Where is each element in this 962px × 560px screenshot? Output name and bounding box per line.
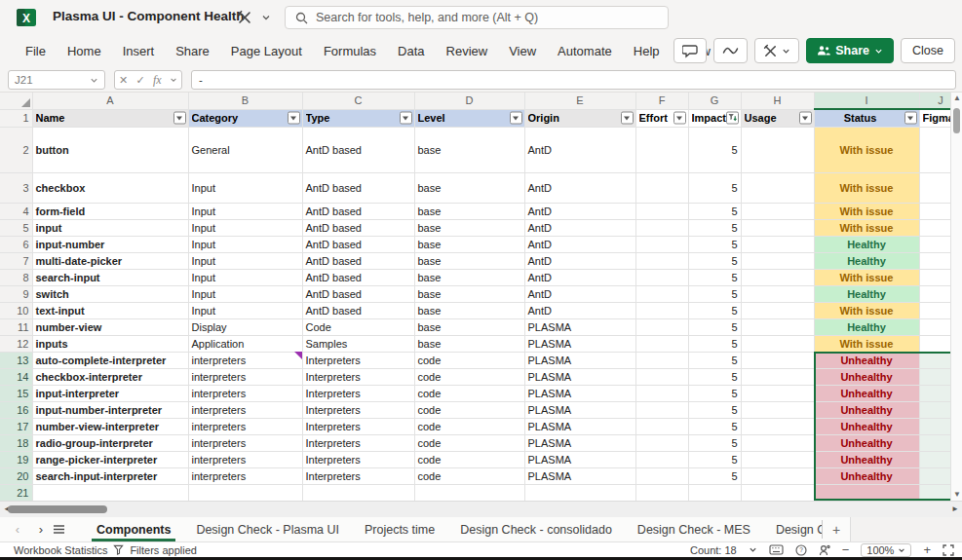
name-box[interactable]: J21 bbox=[8, 70, 105, 90]
cell-E17[interactable]: PLASMA bbox=[524, 418, 635, 434]
cell-C19[interactable]: Interpreters bbox=[302, 451, 414, 467]
row-number-19[interactable]: 19 bbox=[0, 451, 32, 467]
cell-G9[interactable]: 5 bbox=[688, 285, 741, 302]
menu-item-file[interactable]: File bbox=[15, 44, 57, 58]
cell-B10[interactable]: Input bbox=[188, 302, 302, 318]
cell-G4[interactable]: 5 bbox=[688, 203, 741, 219]
cell-A20[interactable]: search-input-interpreter bbox=[32, 467, 188, 484]
cell-E4[interactable]: AntD bbox=[524, 203, 635, 219]
cell-F14[interactable] bbox=[635, 368, 688, 385]
cell-A10[interactable]: text-input bbox=[32, 302, 188, 318]
header-cell-category[interactable]: Category bbox=[188, 109, 302, 127]
cell-D11[interactable]: base bbox=[414, 318, 524, 335]
menu-item-home[interactable]: Home bbox=[57, 44, 112, 58]
row-number-13[interactable]: 13 bbox=[0, 352, 32, 368]
header-cell-impact[interactable]: Impact bbox=[688, 109, 741, 127]
cell-A13[interactable]: auto-complete-interpreter bbox=[32, 352, 188, 368]
cell-A7[interactable]: multi-date-picker bbox=[32, 252, 188, 269]
cell-B2[interactable]: General bbox=[188, 127, 302, 172]
sheet-tab-design-check-plasma-ui[interactable]: Design Check - Plasma UI bbox=[183, 517, 352, 541]
cell-I5[interactable]: With issue bbox=[814, 219, 919, 236]
cell-F21[interactable] bbox=[635, 484, 688, 501]
cell-D4[interactable]: base bbox=[414, 203, 524, 219]
column-header-I[interactable]: I bbox=[814, 93, 919, 109]
cell-C16[interactable]: Interpreters bbox=[302, 401, 414, 418]
cell-G13[interactable]: 5 bbox=[688, 352, 741, 368]
menu-item-share[interactable]: Share bbox=[165, 44, 220, 58]
horizontal-scroll-thumb[interactable] bbox=[8, 505, 107, 513]
cell-H2[interactable] bbox=[741, 127, 814, 172]
cell-I2[interactable]: With issue bbox=[814, 127, 919, 172]
cell-A4[interactable]: form-field bbox=[32, 203, 188, 219]
cell-A19[interactable]: range-picker-interpreter bbox=[32, 451, 188, 467]
cell-I10[interactable]: With issue bbox=[814, 302, 919, 318]
cell-C8[interactable]: AntD based bbox=[302, 269, 414, 285]
prev-sheet-icon[interactable]: ‹ bbox=[6, 522, 29, 537]
cell-D5[interactable]: base bbox=[414, 219, 524, 236]
cell-A5[interactable]: input bbox=[32, 219, 188, 236]
cell-G19[interactable]: 5 bbox=[688, 451, 741, 467]
cell-H8[interactable] bbox=[741, 269, 814, 285]
cell-B17[interactable]: interpreters bbox=[188, 418, 302, 434]
cell-E16[interactable]: PLASMA bbox=[524, 401, 635, 418]
column-header-H[interactable]: H bbox=[741, 93, 814, 109]
cell-C12[interactable]: Samples bbox=[302, 335, 414, 352]
cell-A9[interactable]: switch bbox=[32, 285, 188, 302]
sheet-tab-design-c[interactable]: Design C bbox=[763, 517, 822, 541]
cell-E14[interactable]: PLASMA bbox=[524, 368, 635, 385]
cell-E15[interactable]: PLASMA bbox=[524, 385, 635, 401]
column-header-C[interactable]: C bbox=[302, 93, 414, 109]
menu-item-data[interactable]: Data bbox=[387, 44, 435, 58]
cell-F2[interactable] bbox=[635, 127, 688, 172]
scroll-right-icon[interactable]: ► bbox=[949, 502, 961, 517]
header-cell-level[interactable]: Level bbox=[414, 109, 524, 127]
cell-A17[interactable]: number-view-interpreter bbox=[32, 418, 188, 434]
menu-item-insert[interactable]: Insert bbox=[112, 44, 166, 58]
filter-button[interactable] bbox=[673, 112, 686, 125]
close-button[interactable]: Close bbox=[901, 38, 955, 63]
cell-A15[interactable]: input-interpreter bbox=[32, 385, 188, 401]
cell-I13[interactable]: Unhealthy bbox=[814, 352, 919, 368]
cell-G18[interactable]: 5 bbox=[688, 434, 741, 451]
cell-E21[interactable] bbox=[524, 484, 635, 501]
activity-button[interactable] bbox=[713, 38, 748, 63]
cell-H3[interactable] bbox=[741, 172, 814, 203]
cell-C15[interactable]: Interpreters bbox=[302, 385, 414, 401]
cell-H4[interactable] bbox=[741, 203, 814, 219]
cell-E2[interactable]: AntD bbox=[524, 127, 635, 172]
select-all-corner[interactable] bbox=[0, 93, 32, 109]
next-sheet-icon[interactable]: › bbox=[29, 522, 53, 537]
cell-F12[interactable] bbox=[635, 335, 688, 352]
cell-G21[interactable] bbox=[688, 484, 741, 501]
cell-G10[interactable]: 5 bbox=[688, 302, 741, 318]
header-cell-name[interactable]: Name bbox=[32, 109, 188, 127]
cell-I16[interactable]: Unhealthy bbox=[814, 401, 919, 418]
cell-A6[interactable]: input-number bbox=[32, 236, 188, 252]
cell-I11[interactable]: Healthy bbox=[814, 318, 919, 335]
cell-D17[interactable]: code bbox=[414, 418, 524, 434]
cell-D13[interactable]: code bbox=[414, 352, 524, 368]
search-input[interactable]: Search for tools, help, and more (Alt + … bbox=[285, 6, 669, 29]
cell-C2[interactable]: AntD based bbox=[302, 127, 414, 172]
cell-I3[interactable]: With issue bbox=[814, 172, 919, 203]
filter-button[interactable] bbox=[726, 112, 739, 125]
scroll-up-icon[interactable]: ▲ bbox=[951, 93, 962, 104]
row-number-2[interactable]: 2 bbox=[0, 127, 32, 172]
count-label[interactable]: Count: 18 bbox=[690, 544, 737, 556]
cell-C18[interactable]: Interpreters bbox=[302, 434, 414, 451]
header-cell-status[interactable]: Status bbox=[814, 109, 919, 127]
cell-H10[interactable] bbox=[741, 302, 814, 318]
column-header-G[interactable]: G bbox=[688, 93, 741, 109]
cell-C6[interactable]: AntD based bbox=[302, 236, 414, 252]
sheet-tab-projects-time[interactable]: Projects time bbox=[352, 517, 447, 541]
cell-B21[interactable] bbox=[188, 484, 302, 501]
cell-C3[interactable]: AntD based bbox=[302, 172, 414, 203]
row-number-7[interactable]: 7 bbox=[0, 252, 32, 269]
cell-C7[interactable]: AntD based bbox=[302, 252, 414, 269]
cell-B18[interactable]: interpreters bbox=[188, 434, 302, 451]
header-cell-usage[interactable]: Usage bbox=[741, 109, 814, 127]
cell-G14[interactable]: 5 bbox=[688, 368, 741, 385]
cell-D16[interactable]: code bbox=[414, 401, 524, 418]
cell-H20[interactable] bbox=[741, 467, 814, 484]
cell-F20[interactable] bbox=[635, 467, 688, 484]
